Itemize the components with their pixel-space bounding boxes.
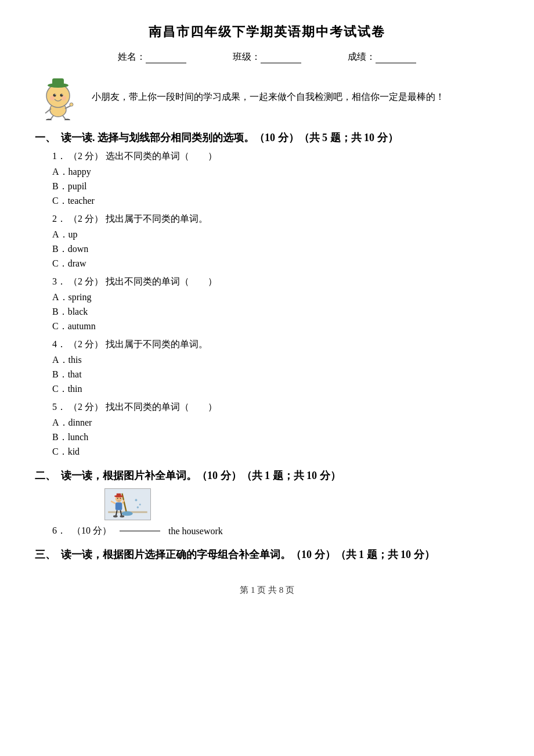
question-4: 4． （2 分） 找出属于不同类的单词。 A．this B．that C．thi… xyxy=(35,339,499,395)
svg-point-26 xyxy=(113,515,118,517)
svg-point-14 xyxy=(62,94,63,95)
section3-header: 三、 读一读，根据图片选择正确的字母组合补全单词。（10 分）（共 1 题；共 … xyxy=(35,548,499,561)
q4-option-c: C．thin xyxy=(52,383,499,395)
svg-point-16 xyxy=(62,96,66,100)
q5-option-b: B．lunch xyxy=(52,431,499,444)
header-section: 小朋友，带上你一段时间的学习成果，一起来做个自我检测吧，相信你一定是最棒的！ xyxy=(35,74,499,120)
q5-text: 5． （2 分） 找出不同类的单词（ ） xyxy=(52,401,499,413)
q1-instruction: 选出不同类的单词（ ） xyxy=(106,151,217,161)
svg-point-19 xyxy=(121,512,132,516)
section1-title: 读一读. 选择与划线部分相同类别的选项。（10 分）（共 5 题；共 10 分） xyxy=(61,132,398,143)
section2-header: 二、 读一读，根据图片补全单词。（10 分）（共 1 题；共 10 分） xyxy=(35,469,499,483)
question-6: 6． （10 分） the housework xyxy=(35,488,499,537)
section1-header: 一、 读一读. 选择与划线部分相同类别的选项。（10 分）（共 5 题；共 10… xyxy=(35,131,499,145)
q5-score: （2 分） xyxy=(68,402,103,412)
q3-option-c: C．autumn xyxy=(52,321,499,333)
mascot-image xyxy=(35,74,81,120)
question-1: 1． （2 分） 选出不同类的单词（ ） A．happy B．pupil C．t… xyxy=(35,150,499,207)
q1-text: 1． （2 分） 选出不同类的单词（ ） xyxy=(52,150,499,163)
score-field: 成绩： xyxy=(348,51,416,63)
q4-text: 4． （2 分） 找出属于不同类的单词。 xyxy=(52,339,499,351)
q2-num: 2． xyxy=(52,214,66,224)
q4-option-b: B．that xyxy=(52,369,499,381)
q6-score: （10 分） xyxy=(72,525,111,537)
q6-image-container xyxy=(104,488,499,520)
question-2: 2． （2 分） 找出属于不同类的单词。 A．up B．down C．draw xyxy=(35,213,499,270)
svg-point-15 xyxy=(50,96,55,100)
q1-option-c: C．teacher xyxy=(52,195,499,207)
q3-text: 3． （2 分） 找出不同类的单词（ ） xyxy=(52,276,499,288)
q6-after-text: the housework xyxy=(168,526,223,537)
q6-num: 6． xyxy=(52,525,66,537)
welcome-text: 小朋友，带上你一段时间的学习成果，一起来做个自我检测吧，相信你一定是最棒的！ xyxy=(92,89,499,106)
q1-num: 1． xyxy=(52,151,66,161)
svg-point-7 xyxy=(70,103,73,106)
q3-instruction: 找出不同类的单词（ ） xyxy=(106,276,217,286)
q4-num: 4． xyxy=(52,339,66,349)
score-blank xyxy=(376,63,416,63)
svg-point-34 xyxy=(137,506,139,508)
section3-title: 读一读，根据图片选择正确的字母组合补全单词。（10 分）（共 1 题；共 10 … xyxy=(61,549,435,560)
question-5: 5． （2 分） 找出不同类的单词（ ） A．dinner B．lunch C．… xyxy=(35,401,499,458)
q2-option-a: A．up xyxy=(52,229,499,241)
svg-line-25 xyxy=(120,510,121,516)
q3-num: 3． xyxy=(52,276,66,286)
q2-score: （2 分） xyxy=(68,214,103,224)
q4-option-a: A．this xyxy=(52,354,499,366)
footer-text: 第 1 页 共 8 页 xyxy=(240,585,294,595)
q2-option-c: C．draw xyxy=(52,258,499,270)
info-row: 姓名： 班级： 成绩： xyxy=(35,51,499,63)
q6-blank xyxy=(120,531,160,531)
q2-option-b: B．down xyxy=(52,243,499,255)
svg-point-27 xyxy=(120,515,125,517)
q1-score: （2 分） xyxy=(68,151,103,161)
svg-point-28 xyxy=(117,498,118,499)
q4-score: （2 分） xyxy=(68,339,103,349)
section3-label: 三、 xyxy=(35,549,56,560)
q3-score: （2 分） xyxy=(68,276,103,286)
svg-line-24 xyxy=(116,510,117,516)
q1-option-a: A．happy xyxy=(52,166,499,178)
svg-rect-10 xyxy=(52,78,64,86)
q5-option-c: C．kid xyxy=(52,446,499,458)
svg-point-29 xyxy=(120,498,121,499)
q2-text: 2． （2 分） 找出属于不同类的单词。 xyxy=(52,213,499,225)
name-field: 姓名： xyxy=(118,51,186,63)
q6-image xyxy=(104,488,151,520)
q1-option-b: B．pupil xyxy=(52,181,499,193)
section2-label: 二、 xyxy=(35,470,56,481)
svg-line-22 xyxy=(111,501,116,503)
svg-point-33 xyxy=(139,504,141,506)
svg-point-32 xyxy=(135,499,138,501)
welcome-message: 小朋友，带上你一段时间的学习成果，一起来做个自我检测吧，相信你一定是最棒的！ xyxy=(92,92,445,102)
svg-rect-31 xyxy=(117,494,121,497)
name-blank xyxy=(146,63,186,63)
q4-instruction: 找出属于不同类的单词。 xyxy=(106,339,208,349)
q5-instruction: 找出不同类的单词（ ） xyxy=(106,402,217,412)
svg-point-13 xyxy=(55,94,56,95)
question-3: 3． （2 分） 找出不同类的单词（ ） A．spring B．black C．… xyxy=(35,276,499,333)
q3-option-b: B．black xyxy=(52,306,499,318)
page-title: 南昌市四年级下学期英语期中考试试卷 xyxy=(35,23,499,41)
q5-num: 5． xyxy=(52,402,66,412)
q3-option-a: A．spring xyxy=(52,291,499,304)
section1-label: 一、 xyxy=(35,132,56,143)
q5-option-a: A．dinner xyxy=(52,417,499,429)
q2-instruction: 找出属于不同类的单词。 xyxy=(106,214,208,224)
class-field: 班级： xyxy=(233,51,301,63)
page-footer: 第 1 页 共 8 页 xyxy=(35,585,499,596)
q6-row: 6． （10 分） the housework xyxy=(52,525,499,537)
class-blank xyxy=(261,63,301,63)
section2-title: 读一读，根据图片补全单词。（10 分）（共 1 题；共 10 分） xyxy=(61,470,341,481)
svg-rect-21 xyxy=(116,502,122,510)
